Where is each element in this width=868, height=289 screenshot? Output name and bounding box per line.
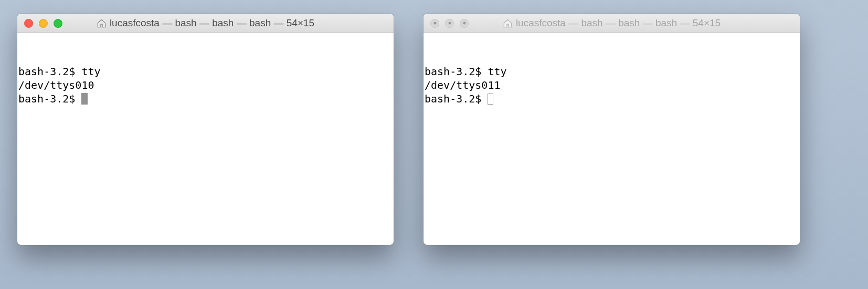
- terminal-line: /dev/ttys011: [425, 78, 799, 92]
- command-text: tty: [488, 65, 506, 78]
- titlebar[interactable]: lucasfcosta — bash — bash — bash — 54×15: [17, 14, 394, 33]
- terminal-line: bash-3.2$ tty: [425, 65, 799, 78]
- home-icon: [97, 18, 107, 28]
- window-title-container: lucasfcosta — bash — bash — bash — 54×15: [424, 17, 800, 29]
- terminal-content[interactable]: bash-3.2$ tty/dev/ttys011bash-3.2$: [424, 33, 800, 137]
- maximize-button[interactable]: [460, 19, 469, 28]
- close-button[interactable]: [24, 19, 33, 28]
- cursor: [81, 93, 88, 105]
- terminal-line: /dev/ttys010: [18, 78, 393, 92]
- titlebar[interactable]: lucasfcosta — bash — bash — bash — 54×15: [424, 14, 800, 33]
- traffic-lights: [24, 19, 62, 28]
- minimize-button[interactable]: [445, 19, 454, 28]
- output-text: /dev/ttys011: [425, 79, 501, 91]
- minimize-button[interactable]: [39, 19, 48, 28]
- prompt: bash-3.2$: [18, 65, 81, 78]
- terminal-window-right[interactable]: lucasfcosta — bash — bash — bash — 54×15…: [424, 14, 800, 245]
- prompt: bash-3.2$: [425, 92, 488, 105]
- close-button[interactable]: [430, 19, 439, 28]
- terminal-line: bash-3.2$: [425, 92, 799, 106]
- window-title-container: lucasfcosta — bash — bash — bash — 54×15: [17, 17, 394, 29]
- home-icon: [503, 18, 513, 28]
- output-text: /dev/ttys010: [18, 79, 94, 91]
- cursor: [488, 94, 493, 105]
- prompt: bash-3.2$: [425, 65, 488, 78]
- maximize-button[interactable]: [54, 19, 62, 28]
- traffic-lights: [430, 19, 469, 28]
- terminal-content[interactable]: bash-3.2$ tty/dev/ttys010bash-3.2$: [17, 33, 394, 137]
- terminal-line: bash-3.2$ tty: [18, 65, 393, 78]
- prompt: bash-3.2$: [18, 92, 81, 105]
- terminal-line: bash-3.2$: [18, 92, 393, 106]
- window-title: lucasfcosta — bash — bash — bash — 54×15: [110, 17, 314, 29]
- terminal-window-left[interactable]: lucasfcosta — bash — bash — bash — 54×15…: [17, 14, 394, 245]
- command-text: tty: [81, 65, 100, 78]
- window-title: lucasfcosta — bash — bash — bash — 54×15: [516, 17, 721, 29]
